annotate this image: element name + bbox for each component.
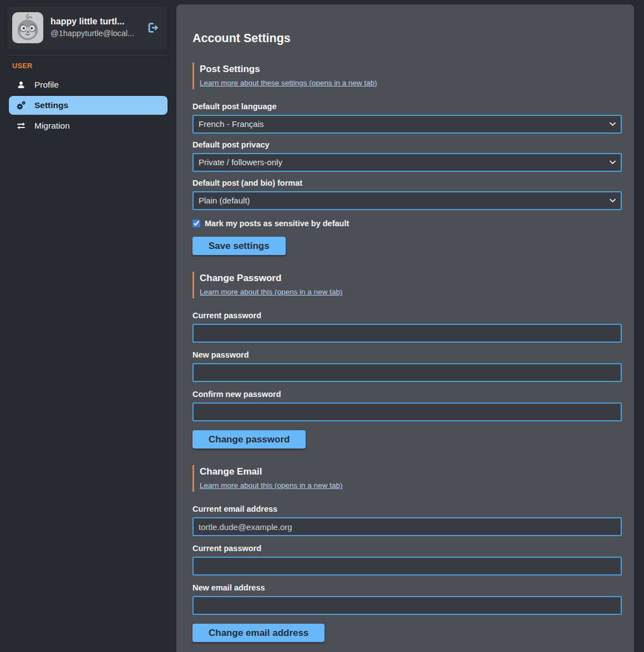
settings-panel: Account Settings Post Settings Learn mor… (176, 4, 634, 652)
current-email-field: Current email address (192, 504, 622, 536)
change-email-header: Change Email Learn more about this (open… (192, 465, 622, 492)
current-password-field: Current password (192, 310, 622, 343)
logout-button[interactable] (145, 20, 161, 35)
user-card[interactable]: happy little turtl... @1happyturtle@loca… (8, 7, 168, 49)
new-email-field: New email address (192, 583, 622, 615)
sensitive-default-checkbox[interactable] (192, 220, 200, 227)
sidebar-item-migration[interactable]: Migration (9, 116, 168, 135)
change-password-button[interactable]: Change password (192, 430, 306, 449)
change-password-form: Change Password Learn more about this (o… (192, 272, 622, 449)
sloth-avatar-image (12, 12, 43, 43)
avatar (12, 12, 43, 43)
post-settings-header: Post Settings Learn more about these set… (192, 63, 622, 89)
current-email-input[interactable] (192, 517, 622, 536)
sensitive-default-checkbox-label: Mark my posts as sensitive by default (205, 219, 349, 228)
default-post-privacy-field: Default post privacy Private / followers… (192, 140, 622, 172)
sidebar-divider (8, 55, 167, 55)
sidebar-section-label: USER (12, 62, 168, 70)
confirm-new-password-field: Confirm new password (192, 389, 622, 421)
sidebar-item-label: Settings (34, 100, 68, 110)
page-title: Account Settings (192, 31, 622, 46)
email-current-password-field: Current password (192, 543, 622, 575)
new-password-field: New password (192, 350, 622, 382)
change-email-learn-more-link[interactable]: Learn more about this (opens in a new ta… (200, 481, 342, 490)
default-post-privacy-label: Default post privacy (192, 140, 622, 150)
default-post-privacy-select[interactable]: Private / followers-only (192, 153, 622, 172)
change-password-heading: Change Password (200, 272, 622, 284)
current-password-label: Current password (192, 310, 622, 321)
gears-icon (16, 100, 27, 110)
page: happy little turtl... @1happyturtle@loca… (0, 0, 644, 652)
change-email-heading: Change Email (200, 466, 622, 477)
default-post-format-select[interactable]: Plain (default) (192, 191, 622, 210)
new-email-input[interactable] (192, 596, 622, 615)
sidebar-item-settings[interactable]: Settings (9, 96, 168, 115)
default-post-language-select[interactable]: French - Français (192, 115, 622, 134)
sidebar-item-label: Profile (34, 80, 59, 90)
post-settings-learn-more-link[interactable]: Learn more about these settings (opens i… (200, 79, 377, 87)
change-password-learn-more-link[interactable]: Learn more about this (opens in a new ta… (200, 288, 342, 296)
user-display-name: happy little turtl... (50, 16, 138, 28)
confirm-new-password-label: Confirm new password (192, 389, 622, 400)
email-current-password-label: Current password (192, 543, 622, 554)
user-handle: @1happyturtle@local... (50, 28, 138, 39)
post-settings-form: Post Settings Learn more about these set… (192, 63, 622, 255)
post-settings-heading: Post Settings (200, 63, 622, 75)
user-icon (16, 80, 27, 89)
save-settings-button[interactable]: Save settings (192, 237, 286, 255)
confirm-new-password-input[interactable] (192, 403, 622, 421)
user-meta: happy little turtl... @1happyturtle@loca… (50, 16, 138, 39)
new-password-label: New password (192, 350, 622, 360)
exchange-icon (16, 121, 27, 131)
current-password-input[interactable] (192, 324, 622, 343)
sidebar-nav: Profile (9, 75, 168, 135)
sensitive-default-checkbox-row[interactable]: Mark my posts as sensitive by default (192, 219, 622, 228)
change-email-form: Change Email Learn more about this (open… (192, 465, 622, 642)
sidebar-item-profile[interactable]: Profile (9, 75, 168, 94)
new-email-label: New email address (192, 583, 622, 593)
sign-out-icon (146, 21, 160, 34)
default-post-language-label: Default post language (192, 101, 622, 112)
sidebar: happy little turtl... @1happyturtle@loca… (0, 0, 176, 652)
new-password-input[interactable] (192, 363, 622, 382)
email-current-password-input[interactable] (192, 557, 622, 575)
change-email-button[interactable]: Change email address (192, 624, 324, 642)
default-post-format-label: Default post (and bio) format (192, 178, 622, 189)
current-email-label: Current email address (192, 504, 622, 515)
default-post-language-field: Default post language French - Français (192, 101, 622, 134)
default-post-format-field: Default post (and bio) format Plain (def… (192, 178, 622, 210)
sidebar-item-label: Migration (34, 121, 70, 131)
change-password-header: Change Password Learn more about this (o… (192, 272, 622, 298)
